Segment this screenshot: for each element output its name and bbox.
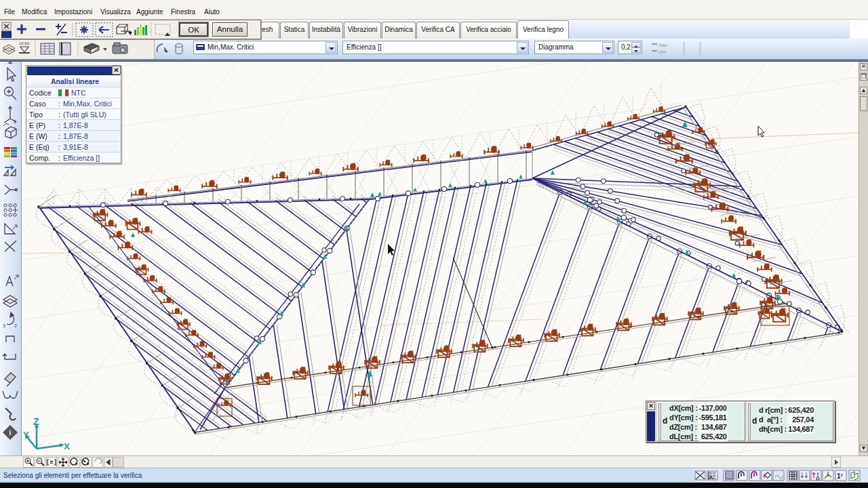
svg-text:1²: 1² — [837, 472, 844, 480]
svg-text:X: X — [64, 441, 70, 451]
svg-text:i: i — [9, 429, 12, 436]
svg-text:3: 3 — [3, 323, 5, 328]
svg-text:10.00: 10.00 — [19, 41, 30, 45]
svg-text:2: 2 — [14, 323, 17, 328]
svg-text:Z: Z — [33, 416, 39, 427]
svg-text:Y: Y — [23, 430, 29, 440]
